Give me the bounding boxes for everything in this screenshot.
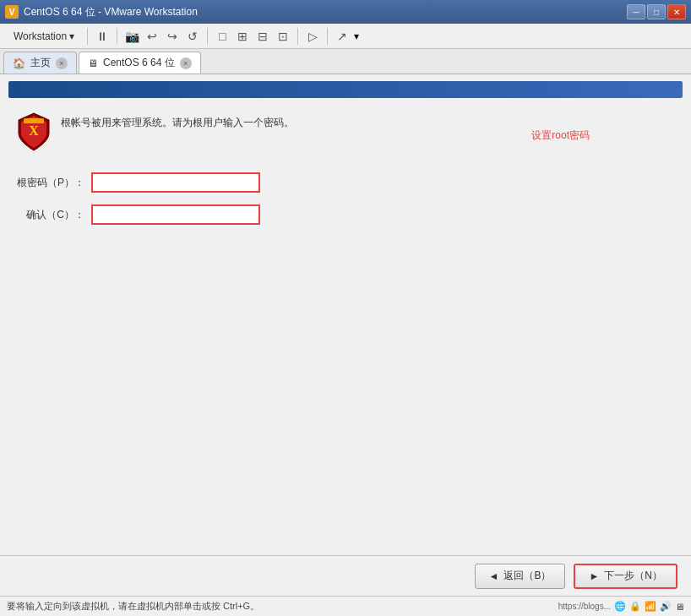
- window-controls: ─ □ ✕: [627, 4, 686, 19]
- unity-icon[interactable]: ⊟: [254, 28, 271, 45]
- snapshot-icon[interactable]: 📷: [123, 28, 140, 45]
- status-signal-icon: 📶: [645, 601, 656, 612]
- vm-window-icon[interactable]: □: [214, 28, 231, 45]
- status-sound-icon: 🔊: [660, 601, 672, 612]
- close-button[interactable]: ✕: [667, 4, 686, 19]
- root-password-row: 根密码（P）：: [17, 172, 674, 193]
- maximize-button[interactable]: □: [647, 4, 666, 19]
- confirm-label: 确认（C）：: [17, 208, 84, 222]
- tab-vm-close[interactable]: ×: [180, 57, 192, 69]
- form-area: X 根帐号被用来管理系统。请为根用户输入一个密码。 设置root密码 根密码（P…: [0, 98, 691, 555]
- title-bar: V CentOS 6 64 位 - VMware Workstation ─ □…: [0, 0, 691, 24]
- refresh-icon[interactable]: ↺: [184, 28, 201, 45]
- toolbar-divider-4: [297, 28, 298, 45]
- svg-text:X: X: [29, 123, 39, 138]
- back-icon: ◄: [489, 570, 499, 582]
- tab-vm[interactable]: 🖥 CentOS 6 64 位 ×: [79, 52, 201, 74]
- window-title: CentOS 6 64 位 - VMware Workstation: [24, 5, 198, 19]
- tab-home-label: 主页: [30, 56, 51, 70]
- hint-text: 设置root密码: [531, 128, 590, 143]
- multi-mon-icon[interactable]: ⊡: [275, 28, 291, 45]
- tab-home[interactable]: 🏠 主页 ×: [3, 52, 77, 74]
- console-icon[interactable]: ▷: [304, 28, 321, 45]
- confirm-password-input[interactable]: [91, 204, 260, 225]
- bottom-bar: ◄ 返回（B） ► 下一步（N）: [0, 555, 691, 596]
- main-content: X 根帐号被用来管理系统。请为根用户输入一个密码。 设置root密码 根密码（P…: [0, 74, 691, 596]
- root-password-label: 根密码（P）：: [17, 176, 84, 190]
- app-icon: V: [5, 5, 19, 19]
- status-bar: 要将输入定向到该虚拟机，请在虚拟机内部单击或按 Ctrl+G。 https://…: [0, 596, 691, 616]
- tabs-bar: 🏠 主页 × 🖥 CentOS 6 64 位 ×: [0, 49, 691, 74]
- revert-icon[interactable]: ↩: [144, 28, 161, 45]
- next-button[interactable]: ► 下一步（N）: [574, 564, 677, 589]
- confirm-row: 确认（C）：: [17, 204, 674, 225]
- status-lock-icon: 🔒: [629, 601, 641, 612]
- status-display-icon: 🖥: [675, 602, 684, 612]
- tab-home-close[interactable]: ×: [56, 57, 68, 69]
- svg-rect-1: [24, 118, 44, 123]
- toolbar-divider-1: [87, 28, 88, 45]
- toolbar-divider-5: [327, 28, 328, 45]
- network-dropdown[interactable]: ▾: [354, 30, 359, 42]
- status-right: https://blogs... 🌐 🔒 📶 🔊 🖥: [558, 601, 684, 612]
- workstation-label: Workstation: [14, 30, 67, 42]
- status-globe-icon: 🌐: [614, 601, 626, 612]
- workstation-menu[interactable]: Workstation ▾: [7, 28, 81, 45]
- network-icon[interactable]: ↗: [334, 28, 351, 45]
- tab-vm-label: CentOS 6 64 位: [103, 56, 175, 70]
- toolbar-divider-3: [207, 28, 208, 45]
- workstation-dropdown-icon: ▾: [69, 30, 74, 42]
- back-label: 返回（B）: [503, 569, 551, 583]
- forward-icon[interactable]: ↪: [164, 28, 181, 45]
- title-bar-left: V CentOS 6 64 位 - VMware Workstation: [5, 5, 198, 19]
- next-icon: ►: [589, 570, 599, 582]
- progress-bar: [8, 81, 683, 98]
- menu-bar: Workstation ▾ ⏸ 📷 ↩ ↪ ↺ □ ⊞ ⊟ ⊡ ▷ ↗ ▾: [0, 24, 691, 49]
- vm-tab-icon: 🖥: [88, 57, 98, 69]
- toolbar-divider-2: [117, 28, 117, 45]
- status-left-text: 要将输入定向到该虚拟机，请在虚拟机内部单击或按 Ctrl+G。: [7, 600, 558, 613]
- home-icon: 🏠: [13, 57, 25, 69]
- fullscreen-icon[interactable]: ⊞: [234, 28, 251, 45]
- back-button[interactable]: ◄ 返回（B）: [475, 564, 566, 589]
- pause-icon[interactable]: ⏸: [94, 28, 111, 45]
- root-password-input[interactable]: [91, 172, 260, 193]
- form-description: 根帐号被用来管理系统。请为根用户输入一个密码。: [61, 112, 294, 130]
- status-url: https://blogs...: [558, 602, 611, 611]
- shield-icon: X: [17, 112, 51, 152]
- minimize-button[interactable]: ─: [627, 4, 645, 19]
- next-label: 下一步（N）: [604, 569, 662, 583]
